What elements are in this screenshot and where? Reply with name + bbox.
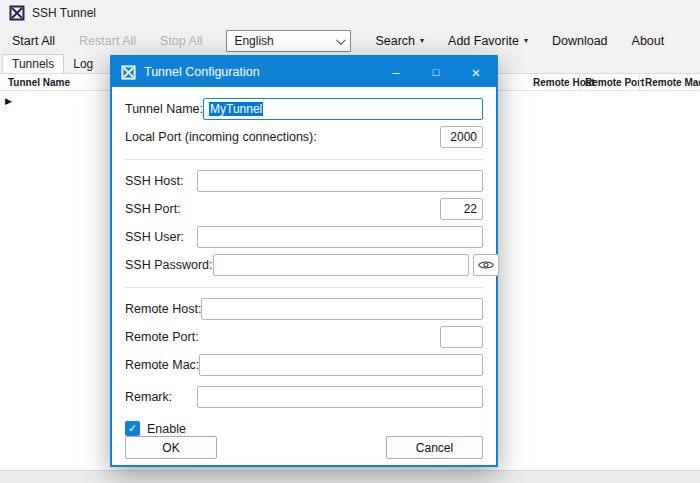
ssh-password-input[interactable] xyxy=(213,254,469,276)
ssh-port-label: SSH Port: xyxy=(125,202,181,216)
remark-row: Remark: xyxy=(125,386,483,408)
dialog-window-controls: – □ × xyxy=(376,57,496,87)
tunnel-configuration-dialog: Tunnel Configuration – □ × Tunnel Name: … xyxy=(110,55,498,467)
enable-row: ✓ Enable xyxy=(125,421,483,436)
chevron-down-icon xyxy=(336,35,346,45)
remark-input[interactable] xyxy=(197,386,483,408)
tunnel-name-row: Tunnel Name: MyTunnel xyxy=(125,98,483,120)
show-password-button[interactable] xyxy=(473,254,499,276)
column-header-remote-port[interactable]: Remote Port xyxy=(585,77,644,88)
remote-host-row: Remote Host: xyxy=(125,298,483,320)
stop-all-button[interactable]: Stop All xyxy=(160,34,202,48)
close-button[interactable]: × xyxy=(456,57,496,87)
section-divider xyxy=(125,159,483,160)
app-icon xyxy=(9,5,25,21)
remote-port-label: Remote Port: xyxy=(125,330,199,344)
enable-checkbox[interactable]: ✓ xyxy=(125,421,140,436)
ssh-host-row: SSH Host: xyxy=(125,170,483,192)
caret-down-icon: ▾ xyxy=(524,37,528,45)
dialog-title: Tunnel Configuration xyxy=(144,65,260,79)
search-label: Search xyxy=(375,34,415,48)
add-favorite-menu-button[interactable]: Add Favorite ▾ xyxy=(448,34,528,48)
download-button[interactable]: Download xyxy=(552,34,608,48)
window-titlebar: SSH Tunnel xyxy=(0,0,700,26)
ssh-host-label: SSH Host: xyxy=(125,174,183,188)
check-icon: ✓ xyxy=(128,423,137,434)
add-favorite-label: Add Favorite xyxy=(448,34,519,48)
local-port-row: Local Port (incoming connections): xyxy=(125,126,483,148)
ssh-port-row: SSH Port: xyxy=(125,198,483,220)
tunnel-name-label: Tunnel Name: xyxy=(125,102,203,116)
restart-all-button[interactable]: Restart All xyxy=(79,34,136,48)
selected-text: MyTunnel xyxy=(209,102,263,116)
ssh-user-input[interactable] xyxy=(197,226,483,248)
remote-host-input[interactable] xyxy=(201,298,483,320)
local-port-input[interactable] xyxy=(440,126,483,148)
remote-host-label: Remote Host: xyxy=(125,302,201,316)
section-divider xyxy=(125,287,483,288)
maximize-button[interactable]: □ xyxy=(416,57,456,87)
language-selected-value: English xyxy=(234,34,273,48)
remote-mac-label: Remote Mac: xyxy=(125,358,199,372)
ssh-password-row: SSH Password: xyxy=(125,254,483,276)
remote-port-input[interactable] xyxy=(440,326,483,348)
dialog-button-row: OK Cancel xyxy=(125,436,483,459)
column-divider xyxy=(639,74,640,91)
ssh-user-row: SSH User: xyxy=(125,226,483,248)
tab-log[interactable]: Log xyxy=(64,55,102,73)
start-all-button[interactable]: Start All xyxy=(12,34,55,48)
tunnel-name-input[interactable]: MyTunnel xyxy=(203,98,483,120)
ssh-password-group xyxy=(213,254,499,276)
current-row-indicator-icon: ▶ xyxy=(5,96,12,106)
caret-down-icon: ▾ xyxy=(420,37,424,45)
ssh-host-input[interactable] xyxy=(197,170,483,192)
language-select[interactable]: English xyxy=(226,30,351,52)
minimize-button[interactable]: – xyxy=(376,57,416,87)
ssh-port-input[interactable] xyxy=(440,198,483,220)
column-divider xyxy=(579,74,580,91)
dialog-titlebar[interactable]: Tunnel Configuration – □ × xyxy=(112,57,496,87)
cancel-button[interactable]: Cancel xyxy=(386,436,483,459)
window-title: SSH Tunnel xyxy=(32,6,96,20)
ssh-user-label: SSH User: xyxy=(125,230,184,244)
dialog-body: Tunnel Name: MyTunnel Local Port (incomi… xyxy=(112,87,496,471)
remote-mac-input[interactable] xyxy=(199,354,483,376)
column-header-tunnel-name[interactable]: Tunnel Name xyxy=(8,77,70,88)
ssh-password-label: SSH Password: xyxy=(125,258,213,272)
column-header-remote-mac[interactable]: Remote Mac xyxy=(645,77,700,88)
about-button[interactable]: About xyxy=(632,34,665,48)
toolbar: Start All Restart All Stop All English S… xyxy=(0,26,700,56)
local-port-label: Local Port (incoming connections): xyxy=(125,130,317,144)
remark-label: Remark: xyxy=(125,390,172,404)
status-bar xyxy=(0,470,700,483)
remote-port-row: Remote Port: xyxy=(125,326,483,348)
eye-icon xyxy=(478,259,494,271)
search-menu-button[interactable]: Search ▾ xyxy=(375,34,424,48)
tab-tunnels[interactable]: Tunnels xyxy=(2,54,64,73)
dialog-app-icon xyxy=(121,65,136,80)
ok-button[interactable]: OK xyxy=(125,436,217,459)
enable-label: Enable xyxy=(147,422,186,436)
remote-mac-row: Remote Mac: xyxy=(125,354,483,376)
